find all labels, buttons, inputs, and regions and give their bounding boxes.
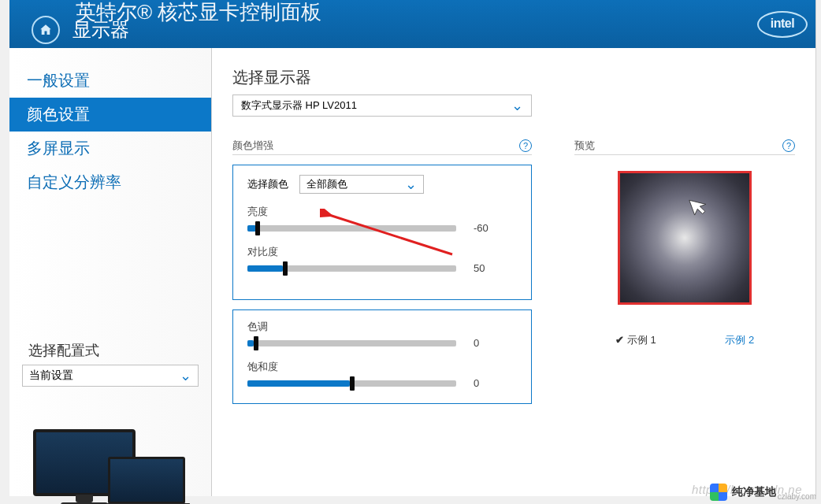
sidebar-item-color[interactable]: 颜色设置 [9,98,211,132]
chevron-down-icon: ⌄ [511,97,523,114]
profile-label: 选择配置式 [9,341,211,365]
sidebar-item-label: 一般设置 [27,72,90,89]
hue-label: 色调 [247,320,517,334]
brightness-label: 亮度 [247,205,517,219]
profile-value: 当前设置 [29,369,73,383]
header: 英特尔® 核芯显卡控制面板 显示器 intel [9,0,815,48]
profile-dropdown[interactable]: 当前设置 ⌄ [22,365,199,387]
sidebar-item-label: 颜色设置 [27,106,90,123]
color-value: 全部颜色 [306,177,347,191]
brightness-value: -60 [474,222,497,234]
home-icon [39,23,53,37]
sidebar-item-general[interactable]: 一般设置 [9,64,211,98]
saturation-slider[interactable] [247,379,456,388]
brightness-contrast-group: 选择颜色 全部颜色 ⌄ 亮度 [232,165,532,300]
watermark-logo-icon [710,484,727,501]
chevron-down-icon: ⌄ [180,367,191,384]
preview-image [618,171,752,305]
display-value: 数字式显示器 HP LV2011 [241,98,357,113]
page-title: 显示器 [72,17,129,43]
device-illustration [33,429,191,496]
help-icon[interactable]: ? [782,139,795,152]
sidebar: 一般设置 颜色设置 多屏显示 自定义分辨率 选择配置式 当前设置 ⌄ [9,48,212,496]
watermark-czlaby: 纯净基地 czlaby.com [710,484,816,501]
help-icon[interactable]: ? [519,139,532,152]
home-button[interactable] [32,16,60,44]
display-dropdown[interactable]: 数字式显示器 HP LV2011 ⌄ [232,94,532,117]
sidebar-item-multidisplay[interactable]: 多屏显示 [9,132,211,165]
hue-value: 0 [474,337,497,349]
hue-saturation-group: 色调 0 饱和度 [232,309,532,404]
content: 选择显示器 数字式显示器 HP LV2011 ⌄ 颜色增强 ? 选择颜色 [212,48,815,496]
sample-1[interactable]: 示例 1 [615,333,656,347]
cursor-icon [687,193,713,223]
intel-logo: intel [757,11,808,38]
contrast-slider[interactable] [247,264,456,273]
brightness-slider[interactable] [247,224,456,233]
sidebar-item-resolution[interactable]: 自定义分辨率 [9,165,211,199]
color-dropdown[interactable]: 全部颜色 ⌄ [299,175,424,194]
saturation-label: 饱和度 [247,360,517,374]
sidebar-item-label: 自定义分辨率 [27,173,121,191]
contrast-label: 对比度 [247,245,517,259]
hue-slider[interactable] [247,339,456,348]
sidebar-item-label: 多屏显示 [27,139,90,157]
chevron-down-icon: ⌄ [405,176,417,193]
sample-2[interactable]: 示例 2 [725,333,754,347]
saturation-value: 0 [474,377,497,389]
color-enhance-label: 颜色增强 [232,139,273,153]
select-display-label: 选择显示器 [232,67,795,88]
contrast-value: 50 [474,262,497,274]
preview-label: 预览 [574,139,595,153]
select-color-label: 选择颜色 [247,177,288,191]
